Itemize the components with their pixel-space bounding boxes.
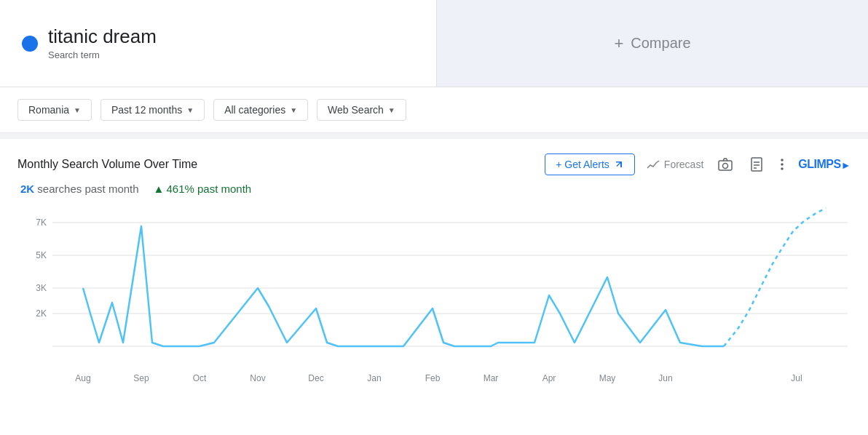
- svg-text:Feb: Feb: [425, 373, 441, 383]
- chart-line-solid: [83, 226, 724, 346]
- svg-text:Dec: Dec: [308, 373, 323, 383]
- search-term-text: titanic dream Search term: [48, 25, 157, 61]
- chart-container: 7K 5K 3K 2K Aug Sep Oct Nov Dec Jan Feb …: [17, 201, 851, 390]
- forecast-trend-icon: [647, 159, 660, 169]
- svg-rect-2: [751, 158, 762, 171]
- get-alerts-label: + Get Alerts: [556, 159, 609, 170]
- svg-point-1: [723, 164, 728, 169]
- chart-actions: + Get Alerts Forecast: [545, 153, 851, 175]
- forecast-label: Forecast: [664, 159, 703, 170]
- camera-icon: [718, 158, 733, 171]
- category-arrow-icon: ▼: [290, 106, 297, 114]
- svg-text:Jun: Jun: [658, 373, 672, 383]
- camera-button[interactable]: [715, 155, 735, 174]
- search-type-arrow-icon: ▼: [388, 106, 395, 114]
- svg-text:Nov: Nov: [250, 373, 265, 383]
- document-button[interactable]: [747, 154, 766, 175]
- svg-text:Oct: Oct: [193, 373, 207, 383]
- svg-text:3K: 3K: [36, 283, 47, 293]
- growth-triangle-icon: ▲: [154, 183, 165, 195]
- search-term-box: titanic dream Search term: [0, 0, 437, 87]
- svg-text:Jul: Jul: [791, 373, 802, 383]
- growth-value: 461% past month: [166, 183, 251, 195]
- growth-stat: ▲461% past month: [154, 183, 252, 195]
- country-filter[interactable]: Romania ▼: [17, 99, 92, 121]
- get-alerts-button[interactable]: + Get Alerts: [545, 153, 635, 175]
- svg-text:Apr: Apr: [542, 373, 556, 383]
- more-dots-icon: [781, 158, 784, 171]
- more-options-button[interactable]: [778, 155, 786, 174]
- svg-point-6: [781, 159, 784, 161]
- header-row: titanic dream Search term + Compare: [0, 0, 868, 87]
- search-term-label: Search term: [48, 49, 100, 60]
- svg-text:Aug: Aug: [75, 373, 90, 383]
- svg-text:Mar: Mar: [484, 373, 499, 383]
- svg-text:2K: 2K: [36, 308, 47, 319]
- chart-header: Monthly Search Volume Over Time + Get Al…: [17, 153, 851, 175]
- search-term-dot: [22, 36, 38, 52]
- forecast-button[interactable]: Forecast: [647, 159, 703, 170]
- glimpse-logo[interactable]: GLIMPS►: [798, 158, 851, 171]
- time-range-filter[interactable]: Past 12 months ▼: [100, 99, 205, 121]
- category-label: All categories: [224, 104, 285, 116]
- filter-row: Romania ▼ Past 12 months ▼ All categorie…: [0, 87, 868, 133]
- svg-point-7: [781, 163, 784, 166]
- svg-text:Jan: Jan: [367, 373, 381, 383]
- external-link-icon: [614, 159, 624, 169]
- svg-text:7K: 7K: [36, 218, 47, 228]
- search-type-filter[interactable]: Web Search ▼: [317, 99, 406, 121]
- search-volume-number: 2K: [20, 183, 34, 195]
- compare-label: Compare: [631, 35, 690, 52]
- svg-point-8: [781, 167, 784, 170]
- svg-text:5K: 5K: [36, 250, 47, 260]
- stats-row: 2K searches past month ▲461% past month: [17, 183, 851, 195]
- chart-title: Monthly Search Volume Over Time: [17, 158, 197, 171]
- category-filter[interactable]: All categories ▼: [213, 99, 308, 121]
- search-type-label: Web Search: [328, 104, 384, 116]
- country-arrow-icon: ▼: [74, 106, 81, 114]
- search-volume-suffix: searches past month: [34, 183, 138, 195]
- chart-section: Monthly Search Volume Over Time + Get Al…: [0, 139, 868, 390]
- chart-line-forecast: [724, 208, 826, 346]
- compare-box[interactable]: + Compare: [437, 0, 868, 87]
- time-range-label: Past 12 months: [111, 104, 182, 116]
- document-icon: [750, 157, 763, 172]
- search-term-name: titanic dream: [48, 25, 157, 48]
- section-divider: [0, 133, 868, 139]
- search-volume-stat: 2K searches past month: [20, 183, 139, 195]
- compare-plus-icon: +: [614, 34, 623, 53]
- svg-text:May: May: [599, 373, 616, 383]
- time-arrow-icon: ▼: [186, 106, 194, 114]
- country-label: Romania: [28, 104, 69, 116]
- chart-svg: 7K 5K 3K 2K Aug Sep Oct Nov Dec Jan Feb …: [17, 201, 851, 390]
- svg-text:Sep: Sep: [133, 373, 149, 383]
